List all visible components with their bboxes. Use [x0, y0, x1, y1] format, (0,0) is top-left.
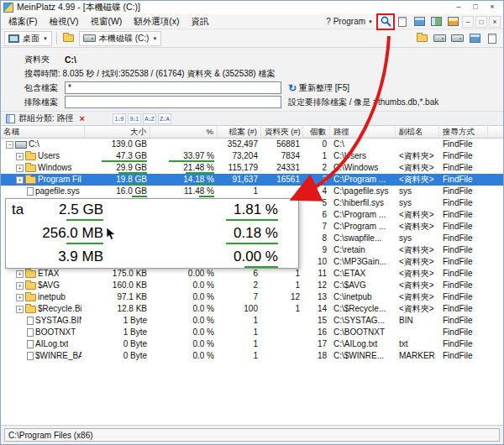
- cell-method: FindFile: [439, 315, 488, 327]
- column-header-ext[interactable]: 副檔名: [396, 126, 439, 138]
- cell-method: FindFile: [439, 350, 488, 362]
- include-files-input[interactable]: [65, 81, 281, 94]
- exclude-files-input[interactable]: [65, 96, 281, 108]
- preview-button[interactable]: [395, 15, 410, 29]
- tree-expander[interactable]: +: [16, 306, 24, 313]
- table-row[interactable]: −C:\139.0 GB352,497568810C:\FindFile: [1, 139, 503, 150]
- column-header-path[interactable]: 路徑: [330, 126, 396, 138]
- cell-size: 139.0 GB: [85, 139, 150, 150]
- report-button[interactable]: [485, 32, 500, 45]
- table-row[interactable]: SYSTAG.BIN1 Byte0.0 %115C:\SYSTAG...BINF…: [1, 315, 503, 327]
- cell-path: C:\Program ...: [330, 174, 396, 186]
- sort-num-asc-button[interactable]: 1↓9: [113, 113, 126, 124]
- cell-method: FindFile: [439, 280, 488, 291]
- menu-window[interactable]: 視窗(W): [84, 14, 128, 29]
- cell-ext: [396, 139, 439, 150]
- drive-selector[interactable]: 本機磁碟 (C:) ▼: [79, 31, 161, 46]
- cell-size: 12.8 KB: [85, 303, 150, 315]
- cell-index: 8: [303, 233, 330, 244]
- zoom-row: 256.0 MB 0.18 %: [6, 222, 298, 246]
- drive-d-button[interactable]: [449, 32, 465, 45]
- table-row[interactable]: +inetpub97.1 KB0.0 %71213C:\inetpub<資料夾>…: [1, 291, 503, 303]
- program-dropdown[interactable]: ? Program ▼: [323, 16, 376, 27]
- column-header-index[interactable]: 個數: [303, 126, 330, 138]
- cell-ext: <資料夾>: [396, 280, 439, 291]
- zoom-size-bar: [66, 243, 103, 244]
- cell-folders: [261, 338, 303, 350]
- tree-expander[interactable]: +: [16, 176, 24, 184]
- child-restore-button[interactable]: □: [475, 16, 487, 28]
- table-row[interactable]: +Program Files (x8...19.8 GB14.18 %91,63…: [1, 174, 503, 186]
- cell-percent: 21.48 %: [150, 162, 218, 174]
- table-row[interactable]: +$AVG160.0 KB0.0 %2112C:\$AVG<資料夾>FindFi…: [1, 280, 503, 291]
- cell-path: C:\Windows: [330, 162, 396, 174]
- cell-method: FindFile: [439, 233, 488, 244]
- cell-ext: sys: [396, 186, 439, 197]
- drive-icon: [83, 34, 96, 42]
- up-folder-button[interactable]: [61, 32, 76, 45]
- menu-view[interactable]: 檢視(V): [43, 14, 84, 29]
- menu-info[interactable]: 資訊: [186, 14, 215, 29]
- document-icon: [398, 17, 407, 27]
- table-row[interactable]: BOOTNXT1 Byte0.0 %116C:\BOOTNXTFindFile: [1, 327, 503, 338]
- cell-path: C:\Program ...: [330, 221, 396, 233]
- tree-expander[interactable]: +: [16, 165, 24, 172]
- table-row[interactable]: pagefile.sys16.0 GB11.48 %14C:\pagefile.…: [1, 186, 503, 197]
- cascade-windows-button[interactable]: [412, 15, 427, 29]
- folder-icon: [63, 34, 74, 42]
- refresh-button[interactable]: ↻ 重新整理 [F5]: [288, 82, 349, 94]
- zoom-row: ta 2.5 GB 1.81 %: [6, 199, 298, 222]
- sort-alpha-desc-button[interactable]: Z↓A: [158, 113, 171, 124]
- column-header-files[interactable]: 檔案 (#): [218, 126, 261, 138]
- cell-method: FindFile: [439, 327, 488, 338]
- table-row[interactable]: +$Recycle.Bin12.8 KB0.0 %100114C:\$Recyc…: [1, 303, 503, 315]
- drive-c-button[interactable]: [432, 32, 447, 45]
- toolbar: 桌面 ▼ 本機磁碟 (C:) ▼: [1, 29, 503, 48]
- cell-files: 1: [218, 315, 261, 327]
- table-row[interactable]: +Users47.3 GB33.97 %73,20478341C:\Users<…: [1, 150, 503, 162]
- table-row[interactable]: +Windows29.9 GB21.48 %115,179243312C:\Wi…: [1, 162, 503, 174]
- close-button[interactable]: ×: [484, 2, 501, 13]
- cell-index: 16: [303, 327, 330, 338]
- chevron-down-icon: ▼: [368, 19, 373, 24]
- menu-bar: 檔案(F) 檢視(V) 視窗(W) 額外選項(x) 資訊 ? Program ▼: [1, 14, 503, 29]
- cell-name: BOOTNXT: [1, 327, 85, 338]
- table-row[interactable]: $WINRE_BACKU...0 Byte0.0 %118C:\$WINRE..…: [1, 350, 503, 362]
- cell-files: 1: [218, 327, 261, 338]
- tile-windows-button[interactable]: [428, 15, 444, 29]
- tree-expander[interactable]: −: [6, 141, 13, 149]
- tree-expander[interactable]: +: [16, 153, 24, 160]
- column-header-size[interactable]: 大小: [85, 126, 150, 138]
- cell-percent: 33.97 %: [150, 150, 218, 162]
- sort-alpha-asc-button[interactable]: A↓Z: [143, 113, 156, 124]
- tree-expander[interactable]: +: [16, 294, 24, 301]
- drive-icon: [15, 141, 27, 149]
- child-minimize-button[interactable]: –: [462, 16, 474, 28]
- window-list-button[interactable]: [445, 15, 460, 29]
- zoom-size: 3.9 MB: [58, 249, 103, 265]
- column-header-folders[interactable]: 資料夾 (#): [261, 126, 303, 138]
- cell-path: C:\ETAX: [330, 268, 396, 280]
- tree-expander[interactable]: +: [16, 282, 24, 290]
- minimize-button[interactable]: –: [450, 2, 467, 13]
- cell-index: 6: [303, 209, 330, 221]
- menu-file[interactable]: 檔案(F): [3, 14, 43, 29]
- explorer-button[interactable]: [467, 32, 482, 45]
- desktop-selector[interactable]: 桌面 ▼: [4, 31, 52, 46]
- child-close-button[interactable]: ×: [489, 16, 501, 28]
- file-icon: [27, 328, 34, 337]
- cell-folders: 1: [261, 303, 303, 315]
- table-row[interactable]: AILog.txt0 Byte0.0 %117C:\AILog.txttxtFi…: [1, 338, 503, 350]
- zoom-button[interactable]: [378, 15, 393, 29]
- column-header-name[interactable]: 名稱: [1, 126, 85, 138]
- sort-num-desc-button[interactable]: 9↓1: [128, 113, 141, 124]
- cell-ext: <資料夾>: [396, 221, 439, 233]
- search-folder-button[interactable]: [414, 32, 429, 45]
- table-row[interactable]: +ETAX175.0 KB0.00 %6111C:\ETAX<資料夾>FindF…: [1, 268, 503, 280]
- maximize-button[interactable]: □: [467, 2, 484, 13]
- menu-extra[interactable]: 額外選項(x): [128, 14, 185, 29]
- clear-group-button[interactable]: ×: [77, 113, 87, 123]
- tree-expander[interactable]: +: [16, 270, 24, 278]
- column-header-method[interactable]: 搜尋方式: [439, 126, 488, 138]
- column-header-percent[interactable]: %: [150, 126, 218, 138]
